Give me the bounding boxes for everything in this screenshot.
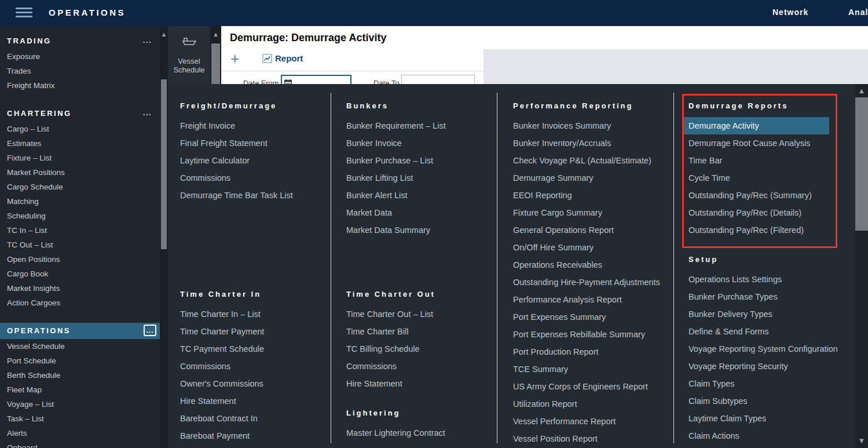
menu-item[interactable]: Vessel Performance Report <box>513 413 660 430</box>
menu-item[interactable]: Bunker Alert List <box>346 187 446 204</box>
menu-item[interactable]: TC Billing Schedule <box>346 340 435 358</box>
menu-item[interactable]: Fixture Cargo Summary <box>513 204 660 221</box>
menu-item[interactable]: Bareboat Payment <box>180 427 264 445</box>
menu-item[interactable]: Freight Invoice <box>180 117 293 134</box>
menu-item[interactable]: Time Charter Payment <box>180 323 264 340</box>
menu-item[interactable]: Demurrage Summary <box>513 169 660 187</box>
menu-item[interactable]: Operations Receivables <box>513 256 660 274</box>
sidebar-item[interactable]: Vessel Schedule <box>0 339 160 354</box>
menu-item[interactable]: Demurrage Time Bar Task List <box>180 187 293 204</box>
menu-item[interactable]: EEOI Reporting <box>513 187 660 204</box>
menu-item[interactable]: Market Data Summary <box>346 221 446 239</box>
more-options-icon[interactable]: ... <box>142 33 152 49</box>
menu-item[interactable]: Time Charter Bill <box>346 323 435 340</box>
menu-item[interactable]: Commissions <box>180 358 264 375</box>
menu-item[interactable]: Voyage Reporting System Configuration <box>688 340 838 358</box>
sidebar-item[interactable]: Fleet Map <box>0 383 160 397</box>
menu-item[interactable]: Utilization Report <box>513 395 660 413</box>
menu-item[interactable]: Claim Types <box>688 375 838 392</box>
hamburger-menu-icon[interactable] <box>16 8 32 19</box>
more-options-icon[interactable]: ... <box>144 325 156 336</box>
scroll-up-icon[interactable]: ▲ <box>160 29 168 39</box>
menu-item[interactable]: Commissions <box>180 169 293 187</box>
menu-item[interactable]: Outstanding Pay/Rec (Details) <box>688 204 829 221</box>
sidebar-item[interactable]: Matching <box>0 194 160 209</box>
menu-item[interactable]: Claim Actions <box>688 427 838 445</box>
sidebar-item[interactable]: Cargo Book <box>0 267 160 281</box>
menu-item[interactable]: Check Voyage P&L (Actual/Estimate) <box>513 152 660 169</box>
menu-item[interactable]: Time Charter Out – List <box>346 305 435 323</box>
sidebar-item[interactable]: Onboard <box>0 440 160 448</box>
sidebar-item[interactable]: Open Positions <box>0 252 160 267</box>
menu-item[interactable]: Voyage Reporting Security <box>688 358 838 375</box>
sidebar-item[interactable]: TC In – List <box>0 223 160 238</box>
sidebar-item[interactable]: TC Out – List <box>0 238 160 252</box>
menu-item[interactable]: Commissions <box>346 358 435 375</box>
menu-item[interactable]: Laytime Claim Types <box>688 410 838 427</box>
menu-item[interactable]: Master Lightering Contract <box>346 424 445 442</box>
menu-item[interactable]: On/Off Hire Summary <box>513 239 660 256</box>
menu-item[interactable]: Time Bar <box>688 152 829 169</box>
menu-item[interactable]: Bunker Invoice <box>346 134 446 152</box>
sidebar-item[interactable]: Estimates <box>0 136 160 151</box>
menu-item[interactable]: Vessel Position Report <box>513 430 660 447</box>
menu-item[interactable]: Owner's Commissions <box>180 375 264 392</box>
sidebar-item[interactable]: Trades <box>0 64 160 78</box>
menu-item[interactable]: Bareboat Contract In <box>180 410 264 427</box>
menu-item[interactable]: Bunker Purchase Types <box>688 288 838 305</box>
scroll-down-icon[interactable]: ▼ <box>855 435 868 447</box>
menu-item[interactable]: Claim Subtypes <box>688 392 838 410</box>
rail-tab-vessel-schedule[interactable]: VesselSchedule <box>168 57 210 74</box>
sidebar-item[interactable]: Fixture – List <box>0 151 160 165</box>
sidebar-item[interactable]: Scheduling <box>0 209 160 223</box>
menu-item[interactable]: Bunker Invoices Summary <box>513 117 660 134</box>
sidebar-item[interactable]: Alerts <box>0 426 160 440</box>
menu-item[interactable]: Performance Analysis Report <box>513 291 660 308</box>
sidebar-item[interactable]: Market Positions <box>0 165 160 180</box>
sidebar-scrollbar[interactable]: ▲ <box>160 26 168 448</box>
sidebar-item[interactable]: Market Insights <box>0 281 160 296</box>
menu-scrollbar[interactable]: ▲ ▼ <box>855 84 868 448</box>
scrollbar-thumb[interactable] <box>855 97 868 231</box>
menu-item[interactable]: TCE Summary <box>513 360 660 378</box>
menu-item[interactable]: Hire Statement <box>346 375 435 392</box>
nav-link-network[interactable]: Network <box>772 8 808 17</box>
menu-item[interactable]: Cycle Time <box>688 169 829 187</box>
menu-item[interactable]: Market Data <box>346 204 446 221</box>
menu-item[interactable]: Final Freight Statement <box>180 134 293 152</box>
menu-item[interactable]: Time Charter In – List <box>180 305 264 323</box>
menu-item[interactable]: Port Expenses Rebillable Summary <box>513 326 660 343</box>
sidebar-item[interactable]: Berth Schedule <box>0 368 160 383</box>
scrollbar-thumb[interactable] <box>161 79 167 249</box>
sidebar-item[interactable]: Exposure <box>0 49 160 64</box>
menu-item[interactable]: Bunker Delivery Types <box>688 305 838 323</box>
report-button[interactable]: Report <box>262 53 303 63</box>
menu-item[interactable]: Outstanding Pay/Rec (Filtered) <box>688 221 829 239</box>
menu-item[interactable]: Outstanding Pay/Rec (Summary) <box>688 187 829 204</box>
sidebar-item[interactable]: Task – List <box>0 411 160 426</box>
more-options-icon[interactable]: ... <box>142 105 152 122</box>
menu-item[interactable]: Bunker Requirement – List <box>346 117 446 134</box>
menu-item[interactable]: Hire Statement <box>180 392 264 410</box>
sidebar-item[interactable]: Voyage – List <box>0 397 160 411</box>
nav-link-analytics[interactable]: Analytics <box>848 8 868 17</box>
add-button[interactable]: + <box>230 52 244 65</box>
menu-item[interactable]: Bunker Inventory/Accruals <box>513 134 660 152</box>
sidebar-item[interactable]: Cargo Schedule <box>0 180 160 194</box>
menu-item[interactable]: US Army Corps of Engineers Report <box>513 378 660 395</box>
menu-item[interactable]: Demurrage Root Cause Analysis <box>688 134 829 152</box>
sidebar-item[interactable]: Cargo – List <box>0 122 160 136</box>
menu-item[interactable]: Define & Send Forms <box>688 323 838 340</box>
menu-item[interactable]: Port Expenses Summary <box>513 308 660 326</box>
menu-item[interactable]: Outstanding Hire-Payment Adjustments <box>513 274 660 291</box>
menu-item[interactable]: Bunker Lifting List <box>346 169 446 187</box>
menu-item[interactable]: Port Production Report <box>513 343 660 360</box>
sidebar-section-title-active[interactable]: OPERATIONS ... <box>0 323 160 339</box>
menu-item[interactable]: Operations Lists Settings <box>688 271 838 288</box>
menu-item[interactable]: Demurrage Activity <box>683 117 829 134</box>
sidebar-item[interactable]: Port Schedule <box>0 354 160 368</box>
sidebar-item[interactable]: Freight Matrix <box>0 78 160 93</box>
scroll-up-icon[interactable]: ▲ <box>210 29 221 39</box>
sidebar-item[interactable]: Action Cargoes <box>0 296 160 310</box>
menu-item[interactable]: Bunker Purchase – List <box>346 152 446 169</box>
